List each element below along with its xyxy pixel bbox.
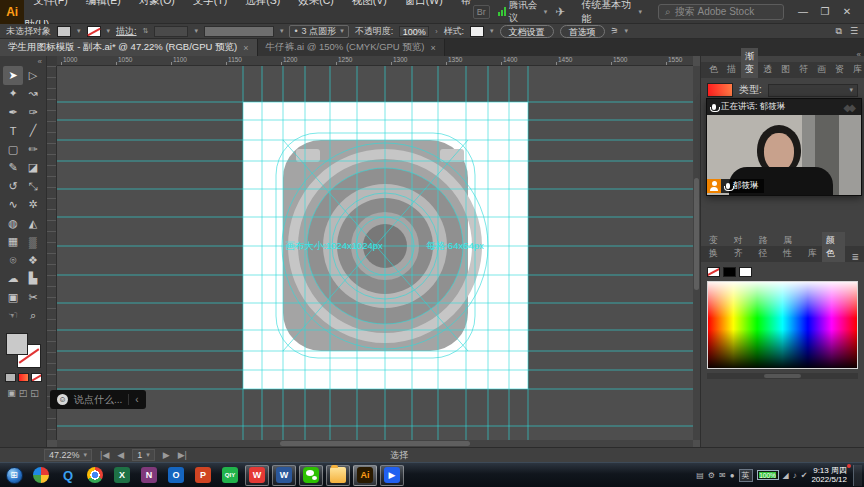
tencent-meeting-icon[interactable]: ▶ <box>380 465 404 486</box>
cursor-settings-icon[interactable]: ⚞ <box>611 26 619 36</box>
close-tab-icon[interactable]: × <box>243 43 248 53</box>
hand-tool[interactable]: ☜ <box>3 307 23 326</box>
type-tool[interactable]: T <box>3 122 23 141</box>
eyedropper-tool[interactable]: ⌾ <box>3 251 23 270</box>
rotate-tool[interactable]: ↺ <box>3 177 23 196</box>
mesh-tool[interactable]: ▦ <box>3 233 23 252</box>
none-button[interactable] <box>31 373 42 382</box>
chat-placeholder[interactable]: 说点什么... <box>74 393 122 407</box>
ime-indicator[interactable]: 英 <box>739 469 753 482</box>
tray-icon[interactable]: ✔ <box>801 471 808 480</box>
file-explorer-icon[interactable] <box>326 465 350 486</box>
curvature-tool[interactable]: ✑ <box>23 103 43 122</box>
tray-icon[interactable]: ▤ <box>696 471 704 480</box>
document-tab[interactable]: 学生用图标模版 - 副本.ai* @ 47.22% (RGB/GPU 预览)× <box>0 39 258 56</box>
stroke-color-swatch[interactable] <box>87 26 101 37</box>
ruler-horizontal[interactable]: 1000105011001150120012501300135014001450… <box>57 56 693 66</box>
fill-swatch[interactable] <box>6 333 28 355</box>
free-transform-tool[interactable]: ✲ <box>23 196 43 215</box>
document-setup-button[interactable]: 文档设置 <box>500 25 554 38</box>
gradient-swatch[interactable] <box>707 83 733 97</box>
minimize-button[interactable]: — <box>792 0 814 24</box>
show-desktop-button[interactable] <box>853 465 862 486</box>
shaper-tool[interactable]: ✎ <box>3 159 23 178</box>
stroke-weight-label[interactable]: 描边: <box>116 25 137 38</box>
participant-video[interactable]: 郁筱琳 <box>707 115 861 195</box>
black-swatch[interactable] <box>723 267 736 277</box>
taskbar-clock[interactable]: 9:13 周四 2022/5/12 <box>811 466 849 484</box>
nav-prev-icon[interactable]: ◀ <box>117 450 124 460</box>
document-view[interactable]: 画布大小:1024x1024px 每格:64x64px <box>57 66 693 440</box>
perspective-grid-tool[interactable]: ◭ <box>23 214 43 233</box>
icon-flash-rect[interactable] <box>296 149 320 162</box>
menu-编辑(E)[interactable]: 编辑(E) <box>77 0 130 6</box>
panel-tab-图[interactable]: 图 <box>777 61 794 78</box>
gradient-type-dropdown[interactable]: ▾ <box>768 84 858 97</box>
start-button[interactable]: ⊞ <box>2 465 26 486</box>
menu-对象(O)[interactable]: 对象(O) <box>130 0 184 6</box>
panel-tab-颜色[interactable]: 颜色 <box>822 232 846 262</box>
gradient-tool[interactable]: ▒ <box>23 233 43 252</box>
nav-last-icon[interactable]: ▶| <box>178 450 187 460</box>
collapse-toolbar-icon[interactable]: « <box>38 56 46 66</box>
close-button[interactable]: ✕ <box>836 0 858 24</box>
collapse-dock-icon[interactable]: « <box>857 50 861 59</box>
scale-tool[interactable]: ⤡ <box>23 177 43 196</box>
panel-tab-透[interactable]: 透 <box>759 61 776 78</box>
panel-menu-icon[interactable]: ≣ <box>846 252 864 262</box>
search-app-icon[interactable]: Q <box>56 465 80 486</box>
onenote-icon[interactable]: N <box>137 465 161 486</box>
panel-tab-符[interactable]: 符 <box>795 61 812 78</box>
color-button[interactable] <box>5 373 16 382</box>
panel-tab-库[interactable]: 库 <box>849 61 864 78</box>
iqiyi-icon[interactable]: QIY <box>218 465 242 486</box>
draw-mode-1[interactable]: ◰ <box>19 388 28 398</box>
tray-icon[interactable]: ♪ <box>793 471 797 480</box>
column-graph-tool[interactable]: ▙ <box>23 270 43 289</box>
share-plane-icon[interactable]: ✈ <box>555 5 565 19</box>
shape-builder-tool[interactable]: ◍ <box>3 214 23 233</box>
bridge-button[interactable]: Br <box>473 5 490 19</box>
color-panel-scrollbar[interactable] <box>707 373 858 379</box>
brush-definition-dropdown[interactable] <box>204 26 274 37</box>
outlook-icon[interactable]: O <box>164 465 188 486</box>
ruler-corner[interactable] <box>47 56 57 66</box>
preferences-button[interactable]: 首选项 <box>560 25 605 38</box>
workspace-switcher[interactable]: 传统基本功能 ▾ <box>573 0 650 26</box>
chevron-down-icon[interactable]: ▾ <box>194 27 198 35</box>
tray-icon[interactable]: ● <box>730 471 735 480</box>
artboard-tool[interactable]: ▣ <box>3 288 23 307</box>
width-tool[interactable]: ∿ <box>3 196 23 215</box>
menu-窗口(W)[interactable]: 窗口(W) <box>396 0 452 6</box>
icon-viewfinder-rect[interactable] <box>440 149 464 162</box>
menu-文件(F)[interactable]: 文件(F) <box>24 0 76 6</box>
zoom-dropdown[interactable]: 47.22% ▾ <box>44 449 92 461</box>
chevron-down-icon[interactable]: ▾ <box>77 27 81 35</box>
illustrator-icon[interactable]: Ai <box>353 465 377 486</box>
meeting-status-widget[interactable]: 腾讯会议 ▾ <box>498 0 547 25</box>
slice-tool[interactable]: ✂ <box>23 288 43 307</box>
close-tab-icon[interactable]: × <box>431 43 436 53</box>
horizontal-scrollbar[interactable] <box>57 440 693 447</box>
nav-first-icon[interactable]: |◀ <box>100 450 109 460</box>
stroke-weight-input[interactable] <box>154 26 188 37</box>
stepper-icon[interactable]: ⇅ <box>143 27 149 35</box>
panel-options-icon[interactable]: ☰ <box>850 26 858 37</box>
symbol-sprayer-tool[interactable]: ☁ <box>3 270 23 289</box>
draw-mode-2[interactable]: ◱ <box>30 388 39 398</box>
menu-效果(C)[interactable]: 效果(C) <box>289 0 343 6</box>
meeting-video-overlay[interactable]: 正在讲话: 郁筱琳 ◆◆ 郁筱琳 <box>706 98 862 196</box>
blend-tool[interactable]: ❖ <box>23 251 43 270</box>
gradient-button[interactable] <box>18 373 29 382</box>
chevron-down-icon[interactable]: ▾ <box>490 27 494 35</box>
chrome-icon[interactable] <box>83 465 107 486</box>
panel-tab-属性[interactable]: 属性 <box>779 232 803 262</box>
menu-选择(S)[interactable]: 选择(S) <box>236 0 289 6</box>
color-spectrum[interactable] <box>707 281 858 369</box>
panel-tab-路径[interactable]: 路径 <box>754 232 778 262</box>
panel-tab-色[interactable]: 色 <box>705 61 722 78</box>
excel-icon[interactable]: X <box>110 465 134 486</box>
emoji-icon[interactable]: ☺ <box>57 394 68 405</box>
line-segment-tool[interactable]: ╱ <box>23 122 43 141</box>
stock-search-input[interactable]: ⌕ 搜索 Adobe Stock <box>658 4 784 20</box>
